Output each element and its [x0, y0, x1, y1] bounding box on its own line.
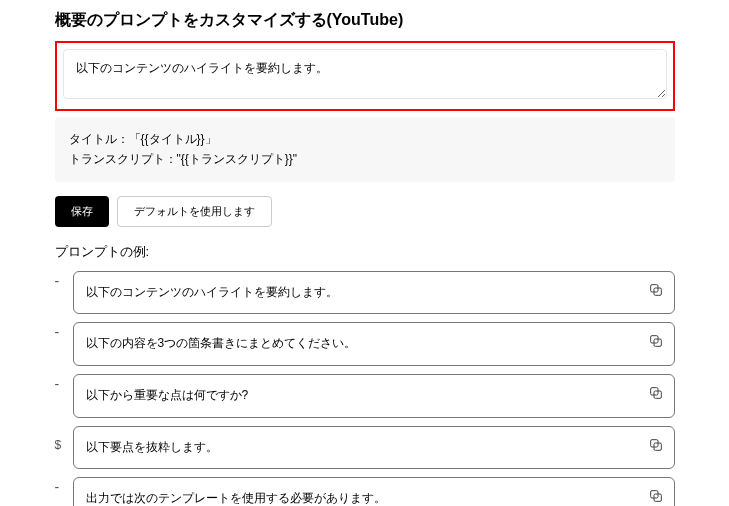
use-default-button[interactable]: デフォルトを使用します: [117, 196, 272, 227]
example-row: -以下から重要な点は何ですか?: [55, 374, 675, 418]
collapse-toggle[interactable]: -: [55, 374, 67, 394]
example-row: -出力では次のテンプレートを使用する必要があります。 ＃＃＃＃ まとめ ####…: [55, 477, 675, 506]
template-preview: タイトル：「{{タイトル}}」 トランスクリプト："{{トランスクリプト}}": [55, 117, 675, 182]
example-box: 以下要点を抜粋します。: [73, 426, 675, 470]
example-box: 以下の内容を3つの箇条書きにまとめてください。: [73, 322, 675, 366]
collapse-toggle[interactable]: -: [55, 271, 67, 291]
copy-icon[interactable]: [648, 488, 664, 506]
example-box: 以下から重要な点は何ですか?: [73, 374, 675, 418]
page-title: 概要のプロンプトをカスタマイズする(YouTube): [55, 10, 675, 31]
copy-icon[interactable]: [648, 385, 664, 409]
collapse-toggle[interactable]: -: [55, 477, 67, 497]
copy-icon[interactable]: [648, 437, 664, 461]
collapse-toggle[interactable]: -: [55, 322, 67, 342]
copy-icon[interactable]: [648, 333, 664, 357]
examples-label: プロンプトの例:: [55, 243, 675, 261]
example-box: 以下のコンテンツのハイライトを要約します。: [73, 271, 675, 315]
copy-icon[interactable]: [648, 282, 664, 306]
example-row: $以下要点を抜粋します。: [55, 426, 675, 470]
prompt-highlight-box: [55, 41, 675, 111]
example-prefix: $: [55, 426, 67, 464]
prompt-textarea[interactable]: [63, 49, 667, 99]
example-row: -以下の内容を3つの箇条書きにまとめてください。: [55, 322, 675, 366]
example-box: 出力では次のテンプレートを使用する必要があります。 ＃＃＃＃ まとめ #### …: [73, 477, 675, 506]
example-row: -以下のコンテンツのハイライトを要約します。: [55, 271, 675, 315]
save-button[interactable]: 保存: [55, 196, 109, 227]
examples-list: -以下のコンテンツのハイライトを要約します。-以下の内容を3つの箇条書きにまとめ…: [55, 271, 675, 506]
